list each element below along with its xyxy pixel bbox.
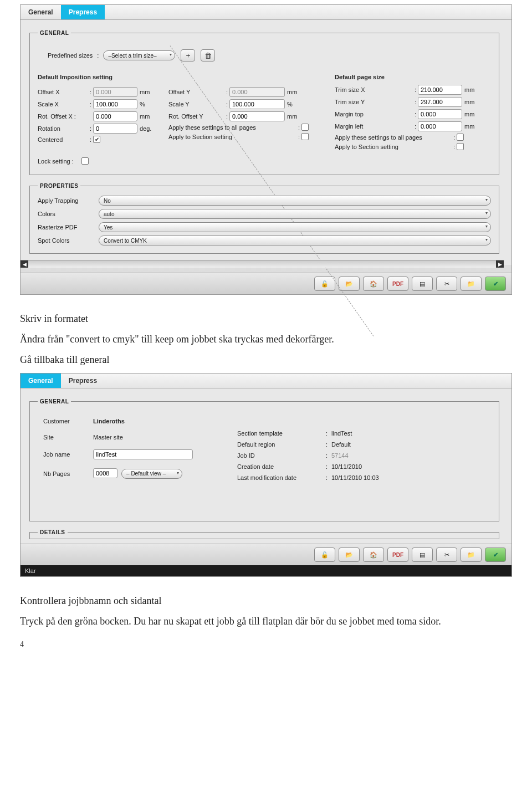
predefined-sizes-select[interactable]: –Select a trim size– bbox=[103, 50, 175, 60]
nb-pages-input[interactable] bbox=[93, 468, 117, 478]
checkmark-icon: ✔ bbox=[493, 551, 498, 559]
predefined-sizes-label: Predefined sizes bbox=[48, 52, 93, 59]
page-size-heading: Default page size bbox=[335, 74, 491, 80]
horizontal-scrollbar[interactable]: ◀ ▶ bbox=[21, 260, 504, 268]
folder-button[interactable]: 📁 bbox=[461, 277, 482, 291]
job-name-input[interactable] bbox=[93, 449, 193, 459]
rasterize-label: Rasterize PDF bbox=[38, 224, 99, 231]
folder-button-2[interactable]: 📁 bbox=[461, 547, 482, 562]
centered-label: Centered bbox=[38, 136, 88, 143]
tab-prepress[interactable]: Prepress bbox=[61, 5, 105, 19]
spot-colors-select[interactable]: Convert to CMYK bbox=[99, 236, 491, 245]
rotation-input[interactable] bbox=[93, 124, 137, 134]
margin-left-input[interactable] bbox=[418, 121, 462, 131]
trim-y-label: Trim size Y bbox=[335, 99, 412, 105]
home-button[interactable]: 🏠 bbox=[363, 277, 384, 291]
apply-all-checkbox[interactable] bbox=[301, 124, 309, 131]
doc-p1: Skriv in formatet bbox=[20, 311, 512, 326]
layout-icon: ▤ bbox=[420, 551, 425, 559]
section-template-value: lindTest bbox=[331, 430, 420, 437]
unlock-icon: 🔓 bbox=[321, 280, 329, 288]
section-template-label: Section template bbox=[237, 430, 326, 437]
unit-pct: % bbox=[137, 101, 154, 108]
unlock-button[interactable]: 🔓 bbox=[314, 277, 335, 291]
add-size-button[interactable]: ＋ bbox=[181, 49, 195, 62]
job-name-label: Job name bbox=[43, 451, 93, 458]
offset-x-input[interactable] bbox=[93, 87, 137, 97]
rot-offset-y-input[interactable] bbox=[229, 111, 285, 121]
layout-icon: ▤ bbox=[420, 280, 425, 288]
delete-size-button[interactable]: 🗑 bbox=[201, 49, 215, 62]
folder-icon: 📁 bbox=[467, 280, 475, 288]
properties-legend: PROPERTIES bbox=[38, 183, 80, 189]
status-bar: Klar bbox=[21, 565, 511, 576]
unlock-button-2[interactable]: 🔓 bbox=[314, 547, 335, 562]
scroll-right-icon[interactable]: ▶ bbox=[496, 260, 504, 268]
general-legend-2: GENERAL bbox=[38, 398, 71, 405]
offset-x-label: Offset X bbox=[38, 89, 88, 95]
unit-deg: deg. bbox=[137, 125, 154, 132]
pdf-button-2[interactable]: PDF bbox=[387, 547, 408, 562]
ok-button-2[interactable]: ✔ bbox=[485, 547, 506, 562]
folder-icon: 📁 bbox=[467, 551, 475, 559]
open-button[interactable]: 📂 bbox=[339, 277, 360, 291]
unit-mm: mm bbox=[137, 89, 154, 95]
apply-section-checkbox[interactable] bbox=[301, 133, 309, 140]
layout-button[interactable]: ▤ bbox=[412, 277, 433, 291]
job-id-label: Job ID bbox=[237, 452, 326, 459]
checkmark-icon: ✔ bbox=[493, 280, 498, 288]
trim-x-input[interactable] bbox=[418, 85, 462, 95]
pdf-button[interactable]: PDF bbox=[387, 277, 408, 291]
site-label: Site bbox=[43, 434, 93, 441]
doc-p5: Tryck på den gröna bocken. Du har nu ska… bbox=[20, 614, 512, 629]
page-apply-all-checkbox[interactable] bbox=[457, 134, 464, 141]
layout-button-2[interactable]: ▤ bbox=[412, 547, 433, 562]
apply-all-label: Apply these settings to all pages bbox=[168, 124, 296, 131]
doc-p4: Kontrollera jojbbnamn och sidantal bbox=[20, 593, 512, 608]
apply-trapping-select[interactable]: No bbox=[99, 196, 491, 206]
scale-y-label: Scale Y bbox=[168, 101, 224, 108]
default-region-value: Default bbox=[331, 441, 420, 448]
offset-y-input[interactable] bbox=[229, 87, 285, 97]
margin-top-input[interactable] bbox=[418, 109, 462, 119]
rasterize-select[interactable]: Yes bbox=[99, 222, 491, 232]
scale-x-label: Scale X bbox=[38, 101, 88, 108]
rot-offset-x-input[interactable] bbox=[93, 111, 137, 121]
home-icon: 🏠 bbox=[370, 280, 377, 288]
margin-top-label: Margin top bbox=[335, 111, 412, 117]
scroll-left-icon[interactable]: ◀ bbox=[21, 260, 28, 268]
apply-trapping-label: Apply Trapping bbox=[38, 197, 99, 204]
scale-x-input[interactable] bbox=[93, 99, 137, 109]
open-button-2[interactable]: 📂 bbox=[339, 547, 360, 562]
scale-y-input[interactable] bbox=[229, 99, 285, 109]
ok-button[interactable]: ✔ bbox=[485, 277, 506, 291]
tab-general-2[interactable]: General bbox=[21, 373, 61, 388]
home-icon: 🏠 bbox=[370, 551, 377, 559]
lock-setting-checkbox[interactable] bbox=[81, 157, 89, 165]
rot-offset-x-label: Rot. Offset X : bbox=[38, 113, 88, 120]
general-legend: GENERAL bbox=[38, 30, 71, 36]
details-group: DETAILS bbox=[29, 529, 499, 539]
lock-setting-label: Lock setting : bbox=[38, 158, 74, 165]
unlock-icon: 🔓 bbox=[321, 551, 329, 559]
centered-checkbox[interactable]: ✔ bbox=[93, 136, 100, 143]
creation-date-value: 10/11/2010 bbox=[331, 463, 420, 470]
tools-button-2[interactable]: ✂ bbox=[436, 547, 457, 562]
tab-general[interactable]: General bbox=[21, 5, 61, 19]
rotation-label: Rotation bbox=[38, 125, 88, 132]
customer-value: Linderoths bbox=[93, 418, 204, 424]
trash-icon: 🗑 bbox=[204, 52, 212, 60]
doc-p2: Ändra från "convert to cmyk" till keep o… bbox=[20, 332, 512, 347]
general-group: GENERAL Predefined sizes : –Select a tri… bbox=[29, 30, 499, 175]
tab-prepress-2[interactable]: Prepress bbox=[61, 373, 105, 388]
nb-pages-view-select[interactable]: – Default view – bbox=[121, 469, 182, 479]
trim-y-input[interactable] bbox=[418, 97, 462, 107]
colors-select[interactable]: auto bbox=[99, 209, 491, 219]
scissors-icon: ✂ bbox=[444, 280, 449, 288]
page-apply-section-checkbox[interactable] bbox=[457, 143, 464, 150]
briefcase-icon: 📂 bbox=[345, 280, 353, 288]
pdf-icon: PDF bbox=[392, 552, 403, 558]
tools-button[interactable]: ✂ bbox=[436, 277, 457, 291]
bottom-toolbar: 🔓 📂 🏠 PDF ▤ ✂ 📁 ✔ bbox=[21, 273, 511, 294]
home-button-2[interactable]: 🏠 bbox=[363, 547, 384, 562]
